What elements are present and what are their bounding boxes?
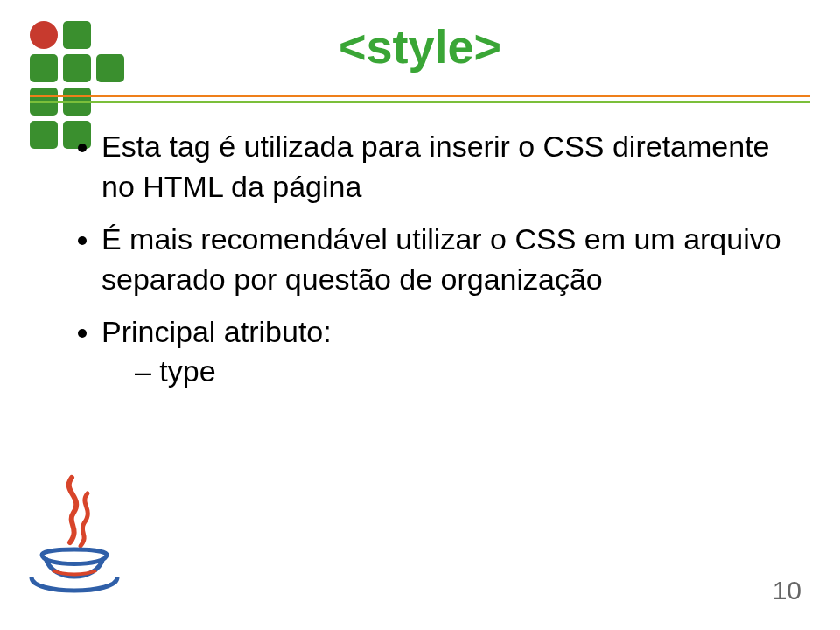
slide: <style> Esta tag é utilizada para inseri…: [0, 0, 840, 630]
divider-bottom: [30, 101, 810, 103]
bullet-item: Principal atributo: type: [102, 312, 788, 393]
page-number: 10: [773, 576, 802, 606]
bullet-text: Principal atributo:: [102, 315, 332, 348]
java-cup-icon: [26, 471, 122, 602]
sub-bullet-item: type: [135, 352, 788, 392]
slide-body: Esta tag é utilizada para inserir o CSS …: [75, 127, 788, 404]
slide-title: <style>: [0, 19, 840, 74]
bullet-item: Esta tag é utilizada para inserir o CSS …: [102, 127, 788, 207]
divider-top: [30, 94, 810, 97]
bullet-item: É mais recomendável utilizar o CSS em um…: [102, 220, 788, 300]
